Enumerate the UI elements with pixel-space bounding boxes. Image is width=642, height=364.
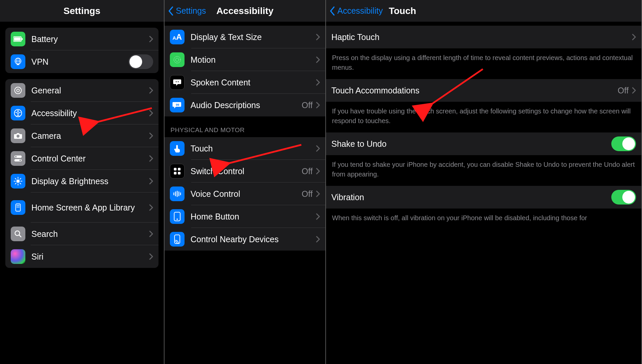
row-controlcenter[interactable]: Control Center (5, 147, 158, 170)
vpn-label: VPN (31, 57, 128, 67)
row-display[interactable]: Display & Brightness (5, 170, 158, 193)
chevron-right-icon (316, 168, 320, 174)
chevron-right-icon (316, 145, 320, 152)
svg-point-9 (17, 89, 19, 92)
switches-icon (11, 151, 25, 166)
brightness-icon (11, 174, 25, 189)
camera-label: Camera (31, 131, 149, 141)
row-haptic[interactable]: Haptic Touch (326, 26, 641, 48)
svg-rect-1 (14, 37, 21, 41)
touch-title: Touch (389, 6, 416, 16)
row-homebutton[interactable]: Home Button (165, 205, 325, 228)
row-voice[interactable]: Voice Control Off (165, 183, 325, 205)
switch-icon (170, 164, 185, 178)
row-siri[interactable]: Siri (5, 245, 158, 268)
chevron-right-icon (149, 110, 153, 116)
row-vpn[interactable]: VPN (5, 50, 158, 73)
back-to-accessibility[interactable]: Accessibility (326, 6, 383, 16)
nearby-label: Control Nearby Devices (191, 234, 316, 244)
apps-icon (11, 200, 25, 215)
shake-footer: If you tend to shake your iPhone by acci… (326, 155, 641, 186)
touch-acc-group: Touch Accommodations Off (326, 79, 641, 102)
haptic-label: Haptic Touch (331, 32, 632, 42)
svg-rect-28 (18, 205, 19, 206)
svg-point-35 (176, 58, 179, 61)
back-to-settings[interactable]: Settings (165, 6, 206, 16)
shake-label: Shake to Undo (331, 139, 611, 149)
svg-point-16 (19, 159, 21, 161)
touch-panel: Accessibility Touch Haptic Touch Press o… (326, 0, 642, 364)
svg-text:99: 99 (176, 103, 179, 106)
row-spoken[interactable]: Spoken Content (165, 71, 325, 94)
chevron-right-icon (316, 102, 320, 108)
back-accessibility-label: Accessibility (337, 6, 383, 16)
row-displaytext[interactable]: AA Display & Text Size (165, 26, 325, 48)
chevron-right-icon (149, 231, 153, 237)
svg-line-25 (20, 178, 21, 179)
vibration-label: Vibration (331, 192, 611, 202)
svg-rect-30 (18, 207, 19, 208)
row-audiodesc[interactable]: 99 Audio Descriptions Off (165, 94, 325, 116)
globe-icon (11, 54, 25, 69)
row-homescreen[interactable]: Home Screen & App Library (5, 193, 158, 223)
row-accessibility[interactable]: Accessibility (5, 102, 158, 124)
settings-group-top: Battery VPN (5, 28, 158, 73)
row-general[interactable]: General (5, 79, 158, 102)
audiodesc-icon: 99 (170, 98, 185, 112)
siri-label: Siri (31, 252, 149, 262)
chevron-right-icon (316, 34, 320, 40)
vibration-group: Vibration (326, 186, 641, 209)
svg-point-8 (15, 87, 21, 94)
chevron-right-icon (149, 204, 153, 211)
chevron-right-icon (149, 87, 153, 94)
chevron-left-icon (329, 6, 335, 16)
row-camera[interactable]: Camera (5, 124, 158, 147)
svg-rect-42 (178, 172, 181, 174)
svg-point-17 (16, 179, 20, 183)
chevron-left-icon (168, 6, 174, 16)
vibration-footer: When this switch is off, all vibration o… (326, 209, 641, 230)
row-vibration[interactable]: Vibration (326, 186, 641, 209)
svg-point-14 (15, 156, 17, 157)
back-settings-label: Settings (176, 6, 206, 16)
voice-label: Voice Control (191, 189, 302, 199)
controlcenter-label: Control Center (31, 153, 149, 163)
chevron-right-icon (149, 132, 153, 139)
row-nearby[interactable]: Control Nearby Devices (165, 228, 325, 251)
row-search[interactable]: Search (5, 223, 158, 245)
chevron-right-icon (149, 155, 153, 162)
row-motion[interactable]: Motion (165, 48, 325, 71)
vibration-toggle[interactable] (611, 190, 636, 205)
row-touch-acc[interactable]: Touch Accommodations Off (326, 79, 641, 102)
audiodesc-label: Audio Descriptions (191, 100, 302, 110)
svg-rect-39 (174, 168, 177, 170)
search-label: Search (31, 229, 149, 239)
shake-group: Shake to Undo (326, 132, 641, 155)
general-label: General (31, 85, 149, 95)
chevron-right-icon (149, 178, 153, 185)
settings-group-main: General Accessibility Camera Control Cen… (5, 79, 158, 268)
row-switch[interactable]: Switch Control Off (165, 160, 325, 183)
display-label: Display & Brightness (31, 176, 149, 186)
home-icon (170, 209, 185, 224)
chevron-right-icon (316, 213, 320, 220)
accessibility-label: Accessibility (31, 108, 149, 118)
svg-point-36 (176, 81, 177, 82)
settings-title: Settings (63, 6, 100, 16)
svg-point-34 (174, 56, 181, 63)
motion-label: Motion (191, 55, 316, 65)
accessibility-group-motor: Touch Switch Control Off Voice Control O… (165, 137, 325, 251)
vpn-toggle[interactable] (128, 54, 153, 69)
accessibility-header: Settings Accessibility (165, 0, 325, 22)
row-shake[interactable]: Shake to Undo (326, 132, 641, 155)
svg-point-49 (177, 219, 178, 220)
svg-line-22 (15, 178, 16, 179)
motion-icon (170, 52, 185, 67)
row-touch[interactable]: Touch (165, 137, 325, 160)
voice-icon (170, 187, 185, 201)
chevron-right-icon (316, 56, 320, 63)
row-battery[interactable]: Battery (5, 28, 158, 50)
haptic-footer: Press on the display using a different l… (326, 48, 641, 79)
textsize-icon: AA (170, 30, 185, 44)
shake-toggle[interactable] (611, 136, 636, 151)
